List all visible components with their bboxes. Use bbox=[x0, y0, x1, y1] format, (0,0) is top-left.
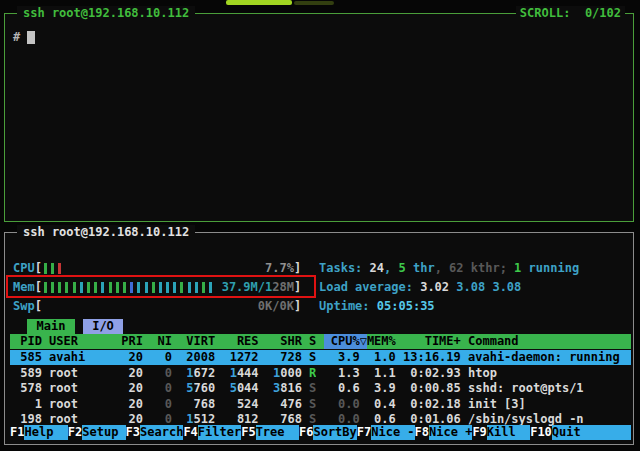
fn-nice-plus[interactable]: F8Nice + bbox=[415, 425, 473, 440]
col-cpu-sorted: CPU% bbox=[324, 334, 360, 349]
text-cursor bbox=[27, 31, 35, 44]
shell-prompt-line[interactable]: # bbox=[13, 30, 35, 45]
fn-search[interactable]: F3Search bbox=[126, 425, 184, 440]
notification-bar bbox=[226, 0, 292, 5]
scroll-label: SCROLL: bbox=[520, 6, 571, 20]
col-virt: VIRT bbox=[179, 334, 215, 349]
pane-title: ssh root@192.168.10.112 bbox=[17, 6, 195, 21]
swap-meter: Swp[0K/0K] bbox=[13, 299, 301, 314]
load-average: Load average: 3.02 3.08 3.08 bbox=[319, 280, 521, 295]
fn-nice-minus[interactable]: F7Nice - bbox=[357, 425, 415, 440]
fn-quit[interactable]: F10Quit bbox=[530, 425, 631, 440]
col-pid: PID bbox=[13, 334, 42, 349]
tasks-summary: Tasks: 24, 5 thr, 62 kthr; 1 running bbox=[319, 261, 579, 276]
bottom-terminal-pane[interactable]: ssh root@192.168.10.112 CPU[7.7%] Mem[37… bbox=[4, 232, 634, 445]
sort-down-icon: ▽ bbox=[360, 334, 367, 349]
cpu-meter: CPU[7.7%] bbox=[13, 261, 301, 276]
col-user: USER bbox=[49, 334, 114, 349]
col-command: Command bbox=[468, 334, 631, 349]
col-ni: NI bbox=[150, 334, 172, 349]
col-state: S bbox=[309, 334, 316, 349]
fn-tree[interactable]: F5Tree bbox=[241, 425, 299, 440]
col-mem: MEM% bbox=[367, 334, 396, 349]
tab-io[interactable]: I/O bbox=[83, 319, 123, 334]
uptime: Uptime: 05:05:35 bbox=[319, 299, 435, 314]
tab-main[interactable]: Main bbox=[27, 319, 75, 334]
col-time: TIME+ bbox=[403, 334, 461, 349]
process-row[interactable]: 578root200576050443816S0.63.90:00.85sshd… bbox=[10, 381, 631, 396]
annotation-highlight-mem bbox=[6, 275, 316, 298]
process-row-selected[interactable]: 585avahi20020081272728S3.91.013:16.19ava… bbox=[10, 350, 631, 365]
scroll-value: 0/102 bbox=[585, 6, 621, 20]
top-terminal-pane[interactable]: ssh root@192.168.10.112 SCROLL:0/102 # bbox=[4, 13, 634, 222]
scroll-indicator: SCROLL:0/102 bbox=[516, 6, 625, 21]
col-shr: SHR bbox=[266, 334, 302, 349]
col-pri: PRI bbox=[121, 334, 143, 349]
cpu-meter-bar: 7.7% bbox=[42, 261, 294, 276]
fn-kill[interactable]: F9Kill bbox=[472, 425, 530, 440]
shell-prompt: # bbox=[13, 30, 20, 44]
fn-setup[interactable]: F2Setup bbox=[68, 425, 126, 440]
fn-help[interactable]: F1Help bbox=[10, 425, 68, 440]
swap-meter-bar: 0K/0K bbox=[42, 299, 294, 314]
pane-title: ssh root@192.168.10.112 bbox=[17, 225, 195, 240]
function-key-bar: F1Help F2Setup F3Search F4Filter F5Tree … bbox=[10, 425, 631, 440]
col-res: RES bbox=[222, 334, 258, 349]
fn-filter[interactable]: F4Filter bbox=[183, 425, 241, 440]
fn-sortby[interactable]: F6SortBy bbox=[299, 425, 357, 440]
notification-bar-track bbox=[294, 1, 334, 5]
process-row[interactable]: 1root200768524476S0.00.40:02.18init [3] bbox=[10, 397, 631, 412]
process-table-header[interactable]: PIDUSERPRINIVIRTRESSHRSCPU%▽MEM%TIME+Com… bbox=[10, 334, 631, 349]
process-row[interactable]: 589root200167214441000R1.31.10:02.93htop bbox=[10, 366, 631, 381]
